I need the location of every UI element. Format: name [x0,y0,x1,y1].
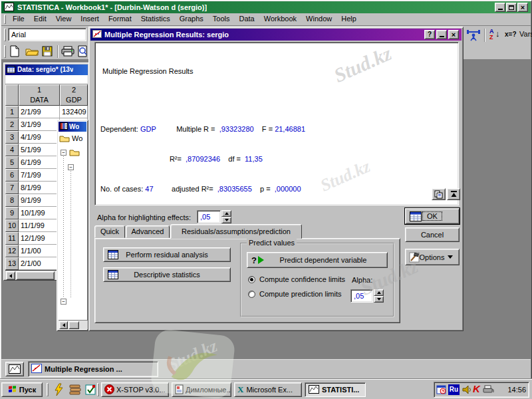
corner-header[interactable] [5,84,19,106]
alpha-highlight-input[interactable]: ,05 [197,210,221,223]
tree-collapse-icon[interactable]: − [61,150,66,156]
menu-edit[interactable]: Edit [29,13,51,24]
predict-alpha-input[interactable]: ,05 [350,289,373,303]
scroll-thumb[interactable] [16,271,55,280]
taskbar-grip[interactable] [47,383,49,396]
task-statistica-active[interactable]: STATISTI... [305,382,366,397]
quicklaunch-winamp-icon[interactable] [53,383,65,398]
task-xstop[interactable]: X-STOP v3.0... [101,382,169,397]
start-button[interactable]: Пуск [1,382,43,397]
tab-residuals[interactable]: Residuals/assumptions/prediction [170,224,302,239]
column-header-gdp[interactable]: 2 GDP [60,84,88,106]
prediction-limits-radio[interactable] [248,291,255,298]
statistica-module-button[interactable] [5,362,24,376]
workbook-root-item[interactable]: Wo [59,134,82,142]
row-header[interactable]: 4 [5,144,19,156]
weightlifter-icon[interactable] [466,28,481,43]
row-header[interactable]: 11 [5,232,19,245]
scheduler-tray-icon[interactable] [436,384,447,396]
cell-date[interactable]: 6/1/99 [19,156,60,169]
cell-date[interactable]: 4/1/99 [19,131,60,144]
copy-results-button[interactable] [432,188,446,200]
scroll-left-button[interactable] [59,321,68,329]
datasheet-titlebar[interactable]: Data: sergio* (13v [5,65,88,75]
options-button[interactable]: Options [405,249,460,265]
tray-clock[interactable]: 14:56 [507,386,526,394]
row-header[interactable]: 13 [5,257,19,270]
cancel-button[interactable]: Cancel [405,227,460,242]
tree-collapse-icon[interactable]: − [68,164,74,170]
print-preview-icon[interactable] [77,45,88,59]
menu-view[interactable]: View [51,13,76,24]
cell-date[interactable]: 3/1/99 [19,118,60,131]
language-indicator[interactable]: Ru [448,384,460,395]
help-button[interactable]: ? [424,30,435,39]
row-header[interactable]: 12 [5,245,19,257]
menu-graphs[interactable]: Graphs [175,13,208,24]
row-header[interactable]: 6 [5,169,19,182]
cell-date[interactable]: 8/1/99 [19,182,60,194]
row-header[interactable]: 5 [5,156,19,169]
antivirus-tray-icon[interactable]: K [473,383,480,394]
cell-date[interactable]: 7/1/99 [19,169,60,182]
cell-date[interactable]: 5/1/99 [19,144,60,156]
menu-file[interactable]: File [8,13,29,24]
menu-insert[interactable]: Insert [76,13,104,24]
dialog-minimize-button[interactable] [436,30,447,39]
menu-workbook[interactable]: Workbook [259,13,301,24]
row-header[interactable]: 10 [5,219,19,232]
cell-gdp[interactable]: 132409 [60,106,88,118]
task-diplomnye[interactable]: Димломные... [172,382,231,397]
scroll-thumb[interactable] [68,321,79,329]
ok-button[interactable]: OK [405,208,460,224]
workbook-hscrollbar[interactable] [59,320,88,329]
predict-dependent-variable-button[interactable]: ? Predict dependent variable [247,252,388,268]
predict-alpha-spin-up[interactable] [374,289,384,296]
alpha-spin-down[interactable] [221,217,231,223]
rollup-button[interactable] [447,188,460,200]
cell-date[interactable]: 12/1/99 [19,232,60,245]
print-icon[interactable] [61,46,74,58]
alpha-spin-up[interactable] [221,210,231,217]
folder-icon[interactable] [69,148,80,156]
row-header[interactable]: 9 [5,207,19,219]
row-header[interactable]: 1 [5,106,19,118]
perform-residual-analysis-button[interactable]: Perform residual analysis [103,247,231,262]
menu-format[interactable]: Format [104,13,136,24]
menu-window[interactable]: Window [301,13,336,24]
column-header-data[interactable]: 1 DATA [19,84,60,106]
taskbar-grip-2[interactable] [97,383,99,396]
scroll-left-button[interactable] [6,271,15,280]
row-header[interactable]: 8 [5,194,19,207]
cell-date[interactable]: 2/1/99 [19,106,60,118]
analysis-bar-button[interactable]: Multiple Regression ... [28,361,158,377]
vars-button[interactable]: Vars [519,30,532,38]
task-excel[interactable]: X Microsoft Ex... [234,382,302,397]
tab-advanced[interactable]: Advanced [126,225,170,238]
toolbar-grip-2[interactable] [4,45,6,58]
confidence-limits-label[interactable]: Compute confidence limits [259,275,345,283]
tab-quick[interactable]: Quick [94,225,125,238]
new-document-icon[interactable] [9,45,20,59]
menu-data[interactable]: Data [235,13,259,24]
cell-date[interactable]: 11/1/99 [19,219,60,232]
row-header[interactable]: 3 [5,131,19,144]
menu-grip[interactable] [4,15,6,24]
menu-statistics[interactable]: Statistics [136,13,175,24]
descriptive-statistics-button[interactable]: Descriptive statistics [103,267,231,282]
variable-spec-icon[interactable]: x=? [505,31,517,38]
printer-tray-icon[interactable] [482,384,494,396]
sort-az-icon[interactable]: A Z ↓ [489,28,503,43]
save-icon[interactable] [42,46,53,58]
cell-date[interactable]: 9/1/99 [19,194,60,207]
volume-tray-icon[interactable] [462,384,472,396]
menu-help[interactable]: Help [336,13,361,24]
cell-date[interactable]: 1/1/00 [19,245,60,257]
prediction-limits-label[interactable]: Compute prediction limits [259,290,342,298]
row-header[interactable]: 2 [5,118,19,131]
menu-tools[interactable]: Tools [208,13,235,24]
workbook-titlebar[interactable]: Wo [59,122,86,132]
open-folder-icon[interactable] [25,47,39,57]
quicklaunch-notes-icon[interactable] [85,384,97,397]
dialog-close-button[interactable]: × [448,30,459,39]
